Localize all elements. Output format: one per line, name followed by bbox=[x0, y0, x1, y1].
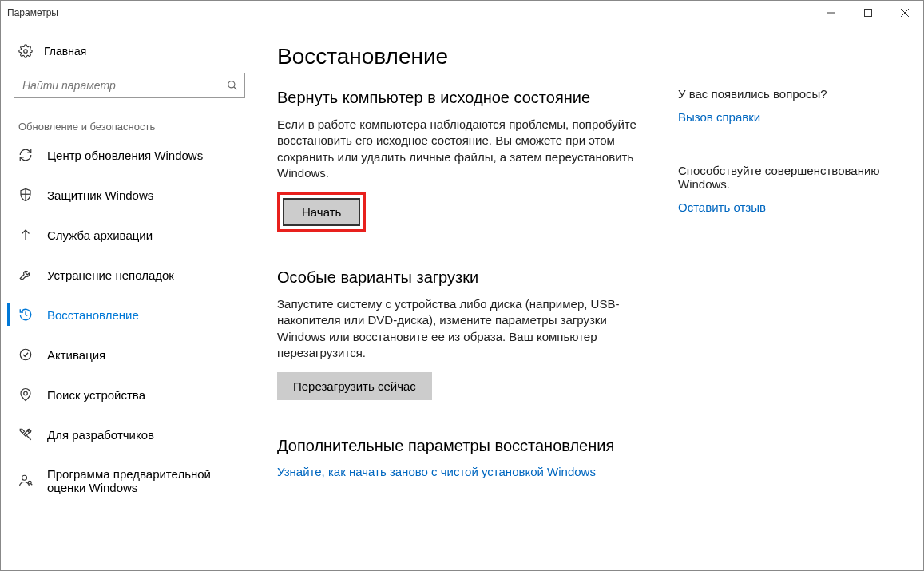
svg-point-4 bbox=[24, 50, 28, 54]
sidebar: Главная Обновление и безопасность Центр … bbox=[7, 44, 255, 570]
sidebar-item-label: Центр обновления Windows bbox=[47, 149, 203, 162]
sync-icon bbox=[18, 148, 33, 162]
location-icon bbox=[18, 387, 33, 402]
help-link[interactable]: Вызов справки bbox=[678, 110, 894, 124]
feedback-heading: Способствуйте совершенствованию Windows. bbox=[678, 164, 894, 191]
more-heading: Дополнительные параметры восстановления bbox=[277, 437, 654, 455]
sidebar-item-label: Поиск устройства bbox=[47, 388, 145, 402]
reset-highlight: Начать bbox=[277, 192, 366, 232]
feedback-block: Способствуйте совершенствованию Windows.… bbox=[678, 164, 894, 214]
tools-icon bbox=[18, 427, 33, 442]
sidebar-item-troubleshoot[interactable]: Устранение неполадок bbox=[14, 262, 253, 287]
search-input[interactable] bbox=[21, 78, 227, 93]
sidebar-item-activation[interactable]: Активация bbox=[14, 342, 253, 367]
section-title: Обновление и безопасность bbox=[14, 121, 255, 133]
sidebar-item-find-device[interactable]: Поиск устройства bbox=[14, 382, 253, 407]
advanced-heading: Особые варианты загрузки bbox=[277, 268, 654, 287]
sidebar-item-label: Для разработчиков bbox=[47, 428, 154, 442]
sidebar-item-label: Служба архивации bbox=[47, 228, 153, 242]
upload-icon bbox=[18, 228, 33, 242]
sidebar-item-defender[interactable]: Защитник Windows bbox=[14, 182, 253, 208]
shield-icon bbox=[18, 188, 33, 202]
svg-point-11 bbox=[24, 391, 28, 395]
svg-line-14 bbox=[31, 484, 33, 486]
restart-now-button[interactable]: Перезагрузить сейчас bbox=[277, 372, 432, 400]
titlebar: Параметры bbox=[1, 1, 923, 25]
svg-point-12 bbox=[22, 475, 27, 480]
history-icon bbox=[18, 307, 33, 322]
reset-heading: Вернуть компьютер в исходное состояние bbox=[277, 89, 654, 107]
fresh-start-link[interactable]: Узнайте, как начать заново с чистой уста… bbox=[277, 465, 654, 478]
sidebar-item-windows-update[interactable]: Центр обновления Windows bbox=[14, 142, 253, 168]
sidebar-item-label: Активация bbox=[47, 348, 105, 362]
sidebar-item-backup[interactable]: Служба архивации bbox=[14, 222, 253, 248]
sidebar-item-label: Защитник Windows bbox=[47, 188, 153, 202]
main-panel: Восстановление Вернуть компьютер в исход… bbox=[255, 44, 670, 570]
svg-line-6 bbox=[234, 87, 237, 90]
content-area: Главная Обновление и безопасность Центр … bbox=[1, 25, 923, 570]
close-button[interactable] bbox=[886, 1, 923, 25]
right-pane: У вас появились вопросы? Вызов справки С… bbox=[670, 44, 902, 570]
check-circle-icon bbox=[18, 347, 33, 362]
svg-point-5 bbox=[228, 81, 235, 88]
sidebar-item-recovery[interactable]: Восстановление bbox=[14, 302, 253, 327]
home-link[interactable]: Главная bbox=[14, 44, 255, 58]
wrench-icon bbox=[18, 268, 33, 282]
help-heading: У вас появились вопросы? bbox=[678, 87, 894, 101]
sidebar-item-label: Программа предварительной оценки Windows bbox=[47, 467, 248, 494]
reset-start-button[interactable]: Начать bbox=[283, 198, 360, 226]
search-box[interactable] bbox=[14, 73, 245, 98]
svg-rect-1 bbox=[865, 10, 872, 17]
minimize-button[interactable] bbox=[813, 1, 850, 25]
maximize-button[interactable] bbox=[850, 1, 886, 25]
settings-window: Параметры Главна bbox=[0, 0, 924, 571]
gear-icon bbox=[18, 44, 33, 58]
feedback-link[interactable]: Оставить отзыв bbox=[678, 200, 894, 214]
home-label: Главная bbox=[44, 45, 86, 57]
sidebar-item-insider[interactable]: Программа предварительной оценки Windows bbox=[14, 462, 253, 500]
svg-point-13 bbox=[28, 481, 31, 484]
window-controls bbox=[813, 1, 923, 25]
search-icon bbox=[227, 80, 238, 91]
window-title: Параметры bbox=[7, 7, 58, 18]
svg-point-10 bbox=[20, 349, 31, 360]
sidebar-item-label: Восстановление bbox=[47, 308, 139, 322]
advanced-text: Запустите систему с устройства либо диск… bbox=[277, 296, 654, 361]
reset-text: Если в работе компьютера наблюдаются про… bbox=[277, 117, 654, 181]
person-icon bbox=[18, 474, 33, 488]
page-title: Восстановление bbox=[277, 44, 654, 69]
sidebar-item-label: Устранение неполадок bbox=[47, 268, 174, 282]
help-block: У вас появились вопросы? Вызов справки bbox=[678, 87, 894, 124]
sidebar-item-developers[interactable]: Для разработчиков bbox=[14, 422, 253, 447]
